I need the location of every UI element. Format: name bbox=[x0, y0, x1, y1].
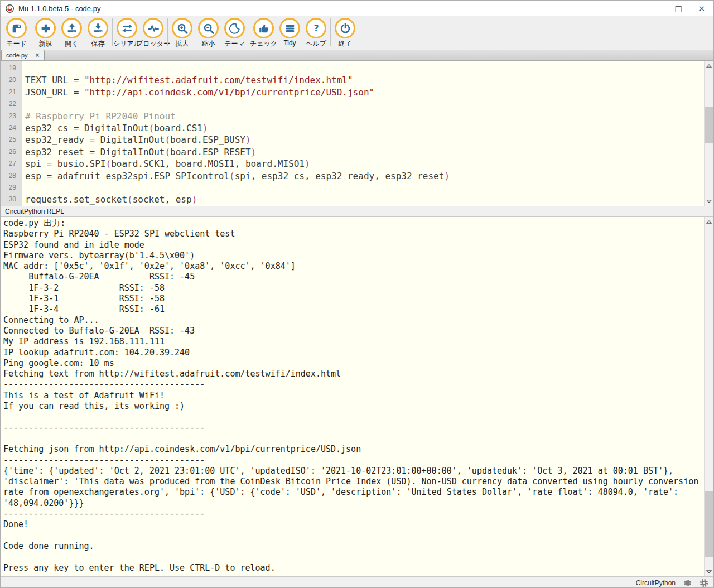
gear-icon[interactable] bbox=[699, 578, 709, 588]
code-line: esp32_reset = DigitalInOut(board.ESP_RES… bbox=[25, 146, 713, 158]
toolbar-separator bbox=[249, 18, 249, 46]
repl-pane[interactable]: code.py 出力: Raspberry Pi RP2040 - ESP32 … bbox=[1, 217, 713, 576]
window-controls: – □ × bbox=[643, 1, 713, 16]
line-number: 19 bbox=[1, 62, 22, 74]
mode-status-label: CircuitPython bbox=[636, 579, 676, 587]
editor-scrollbar[interactable] bbox=[704, 61, 713, 206]
mu-logo-icon bbox=[5, 4, 15, 13]
code-line: TEXT_URL = "http://wifitest.adafruit.com… bbox=[25, 74, 713, 86]
window-title: Mu 1.1.0.beta.5 - code.py bbox=[18, 4, 100, 13]
code-line: esp32_ready = DigitalInOut(board.ESP_BUS… bbox=[25, 134, 713, 146]
line-number: 22 bbox=[1, 98, 22, 110]
code-line: JSON_URL = "http://api.coindesk.com/v1/b… bbox=[25, 86, 713, 98]
toolbar-separator bbox=[31, 18, 31, 46]
plotter-icon bbox=[143, 18, 163, 38]
scroll-down-icon[interactable] bbox=[705, 567, 713, 576]
zoom-out-icon bbox=[198, 18, 219, 38]
toolbar-separator bbox=[112, 18, 113, 46]
svg-text:?: ? bbox=[313, 23, 319, 33]
toolbar-button-label: テーマ bbox=[224, 39, 245, 49]
repl-output[interactable]: code.py 出力: Raspberry Pi RP2040 - ESP32 … bbox=[1, 217, 705, 573]
code-editor[interactable]: 192021222324252627282930 TEXT_URL = "htt… bbox=[1, 61, 713, 206]
mode-icon bbox=[6, 18, 27, 38]
mu-editor-window: Mu 1.1.0.beta.5 - code.py – □ × モード新規開く保… bbox=[0, 0, 714, 588]
code-line: esp = adafruit_esp32spi.ESP_SPIcontrol(s… bbox=[25, 170, 713, 182]
theme-icon bbox=[224, 18, 245, 38]
scroll-up-icon[interactable] bbox=[705, 217, 713, 226]
toolbar-button-label: 縮小 bbox=[202, 39, 215, 49]
code-line: requests.set_socket(socket, esp) bbox=[25, 194, 713, 205]
serial-icon bbox=[117, 18, 137, 38]
toolbar-button-label: 新規 bbox=[39, 39, 52, 49]
minimize-button[interactable]: – bbox=[643, 1, 667, 16]
code-line bbox=[25, 182, 713, 194]
line-number: 28 bbox=[1, 170, 22, 182]
code-line: spi = busio.SPI(board.SCK1, board.MOSI1,… bbox=[25, 158, 713, 170]
tidy-icon bbox=[279, 18, 300, 38]
maximize-button[interactable]: □ bbox=[667, 1, 690, 16]
toolbar-button-label: モード bbox=[6, 39, 27, 49]
line-number: 30 bbox=[1, 194, 22, 205]
load-icon bbox=[61, 18, 82, 38]
tidy-button[interactable]: Tidy bbox=[277, 18, 303, 47]
code-line: esp32_cs = DigitalInOut(board.CS1) bbox=[25, 122, 713, 134]
toolbar-button-label: 終了 bbox=[339, 39, 352, 49]
line-number: 23 bbox=[1, 110, 22, 122]
check-button[interactable]: チェック bbox=[250, 18, 277, 49]
line-number: 27 bbox=[1, 158, 22, 170]
zoom-out-button[interactable]: 縮小 bbox=[195, 18, 221, 49]
tab-code-py[interactable]: code.py × bbox=[1, 50, 45, 60]
toolbar-button-label: プロッター bbox=[136, 39, 170, 49]
line-number-gutter: 192021222324252627282930 bbox=[1, 61, 22, 206]
tab-close-icon[interactable]: × bbox=[36, 52, 40, 58]
code-line bbox=[25, 62, 713, 74]
plotter-button[interactable]: プロッター bbox=[140, 18, 166, 49]
code-line bbox=[25, 98, 713, 110]
status-bar: CircuitPython bbox=[1, 576, 713, 588]
line-number: 20 bbox=[1, 74, 22, 86]
close-button[interactable]: × bbox=[690, 1, 713, 16]
new-button[interactable]: 新規 bbox=[32, 18, 59, 49]
help-button[interactable]: ?ヘルプ bbox=[303, 18, 329, 49]
titlebar: Mu 1.1.0.beta.5 - code.py – □ × bbox=[1, 1, 713, 16]
repl-header: CircuitPython REPL bbox=[1, 206, 713, 217]
theme-button[interactable]: テーマ bbox=[221, 18, 248, 49]
toolbar-button-label: 保存 bbox=[91, 39, 105, 49]
toolbar: モード新規開く保存シリアルプロッター拡大縮小テーマチェックTidy?ヘルプ終了 bbox=[1, 16, 713, 50]
save-icon bbox=[88, 18, 108, 38]
repl-scrollbar[interactable] bbox=[704, 217, 713, 576]
check-icon bbox=[253, 18, 274, 38]
toolbar-button-label: 拡大 bbox=[176, 39, 189, 49]
quit-button[interactable]: 終了 bbox=[332, 18, 358, 49]
mode-button[interactable]: モード bbox=[3, 18, 30, 49]
toolbar-separator bbox=[167, 18, 168, 46]
zoom-in-button[interactable]: 拡大 bbox=[169, 18, 195, 49]
repl-scrollbar-thumb[interactable] bbox=[705, 491, 713, 557]
line-number: 29 bbox=[1, 182, 22, 194]
scroll-down-icon[interactable] bbox=[705, 196, 713, 206]
line-number: 24 bbox=[1, 122, 22, 134]
line-number: 21 bbox=[1, 86, 22, 98]
code-area[interactable]: TEXT_URL = "http://wifitest.adafruit.com… bbox=[22, 61, 713, 206]
toolbar-button-label: Tidy bbox=[283, 39, 296, 47]
code-line: # Raspberry Pi RP2040 Pinout bbox=[25, 110, 713, 122]
save-button[interactable]: 保存 bbox=[85, 18, 111, 49]
toolbar-button-label: 開く bbox=[65, 39, 78, 49]
load-button[interactable]: 開く bbox=[59, 18, 85, 49]
help-icon: ? bbox=[306, 18, 326, 38]
toolbar-separator bbox=[330, 18, 331, 46]
scroll-up-icon[interactable] bbox=[705, 61, 713, 70]
tab-label: code.py bbox=[6, 52, 28, 59]
line-number: 26 bbox=[1, 146, 22, 158]
toolbar-button-label: チェック bbox=[250, 39, 277, 49]
editor-scrollbar-thumb[interactable] bbox=[705, 107, 713, 143]
tab-bar: code.py × bbox=[1, 50, 713, 61]
new-icon bbox=[35, 18, 56, 38]
device-chip-icon[interactable] bbox=[682, 578, 692, 588]
zoom-in-icon bbox=[172, 18, 192, 38]
toolbar-button-label: ヘルプ bbox=[306, 39, 326, 49]
line-number: 25 bbox=[1, 134, 22, 146]
quit-icon bbox=[335, 18, 355, 38]
